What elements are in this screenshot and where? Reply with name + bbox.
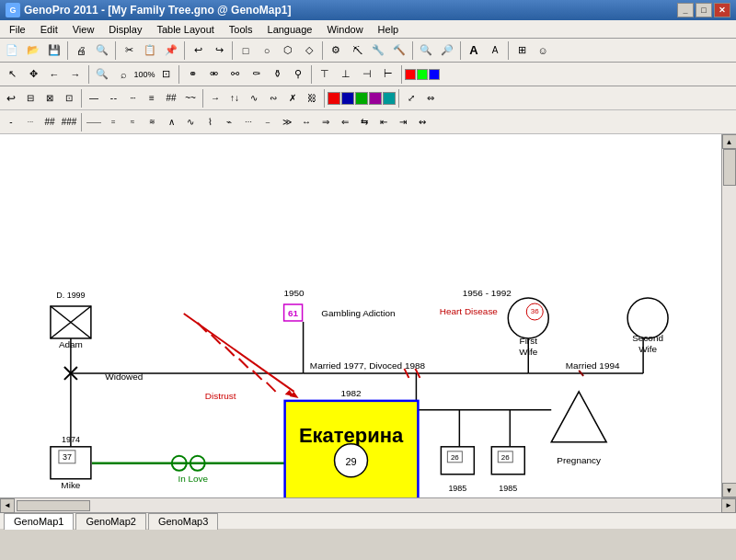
scrollbar-vertical[interactable]: ▲ ▼ [721,134,736,497]
back-icon[interactable]: ← [44,64,64,85]
font-a2-icon[interactable]: A [485,40,505,61]
close-button[interactable]: ✕ [714,3,730,17]
col-green[interactable] [355,92,368,105]
scroll-thumb-h[interactable] [17,500,90,511]
col-red[interactable] [328,92,340,105]
sort-icon[interactable]: ⊟ [21,89,40,108]
fit-icon[interactable]: ⊡ [155,64,176,85]
rel-style12[interactable]: ↔ [297,113,316,131]
print-icon[interactable]: 🖨 [71,40,91,61]
cross-icon[interactable]: ✗ [283,89,302,108]
chain-icon[interactable]: ⛓ [303,89,321,108]
wave2-icon[interactable]: ∾ [264,89,282,108]
wave-icon[interactable]: ∿ [245,89,263,108]
paste-icon[interactable]: 📌 [161,40,181,61]
cursor-icon[interactable]: ↖ [2,64,22,85]
color2-icon[interactable] [417,69,428,80]
open-icon[interactable]: 📂 [23,40,43,61]
rel-style14[interactable]: ⇐ [336,113,354,131]
minus-icon[interactable]: - [2,113,20,131]
rel5-icon[interactable]: ⚱ [267,64,287,85]
scroll-up-button[interactable]: ▲ [722,134,737,149]
rel-style10[interactable]: – [259,113,277,131]
menu-table-layout[interactable]: Table Layout [149,20,221,38]
dots-icon[interactable]: ··· [21,113,40,131]
menu-help[interactable]: Help [371,20,407,38]
align4-icon[interactable]: ⊢ [378,64,398,85]
rel-style5[interactable]: ∧ [162,113,180,131]
new-icon[interactable]: 📄 [2,40,22,61]
print-preview-icon[interactable]: 🔍 [92,40,112,61]
col-cyan[interactable] [383,92,396,105]
menu-tools[interactable]: Tools [222,20,260,38]
line2-icon[interactable]: - - [104,89,122,108]
extra2-icon[interactable]: ⇔ [421,89,440,108]
tab-genomap2[interactable]: GenoMap2 [75,513,145,530]
rel-style9[interactable]: ⋯ [239,113,258,131]
female-icon[interactable]: ○ [257,40,277,61]
rel-style13[interactable]: ⇒ [316,113,335,131]
menu-window[interactable]: Window [319,20,370,38]
color3-icon[interactable] [429,69,440,80]
hash3-icon[interactable]: ### [60,113,78,131]
extra1-icon[interactable]: ⤢ [402,89,420,108]
line1-icon[interactable]: — [85,89,103,108]
rel-icon[interactable]: ⚭ [182,64,202,85]
hash2-icon[interactable]: ## [40,113,59,131]
scroll-left-button[interactable]: ◄ [0,498,15,513]
tool1-icon[interactable]: ⚙ [326,40,346,61]
tool2-icon[interactable]: ⛏ [347,40,367,61]
scroll-thumb-v[interactable] [723,149,736,186]
col-purple[interactable] [369,92,382,105]
scroll-right-button[interactable]: ► [721,498,736,513]
search-icon[interactable]: 🔍 [92,64,112,85]
tool3-icon[interactable]: 🔧 [368,40,388,61]
menu-display[interactable]: Display [101,20,149,38]
sort2-icon[interactable]: ⊠ [40,89,59,108]
zoom100-icon[interactable]: 100% [134,64,155,85]
rel-style7[interactable]: ⌇ [201,113,219,131]
search2-icon[interactable]: ⌕ [113,64,133,85]
rel-style1[interactable]: —— [85,113,103,131]
rel-style11[interactable]: ≫ [278,113,296,131]
tilde-icon[interactable]: ~~ [181,89,200,108]
rel-style16[interactable]: ⇤ [374,113,393,131]
align2-icon[interactable]: ⊥ [336,64,356,85]
family-icon[interactable]: ⬡ [278,40,298,61]
menu-file[interactable]: File [2,20,33,38]
rel-style8[interactable]: ⌁ [220,113,238,131]
tab-genomap3[interactable]: GenoMap3 [148,513,218,530]
line4-icon[interactable]: ≡ [143,89,161,108]
sort3-icon[interactable]: ⊡ [60,89,78,108]
menu-view[interactable]: View [65,20,102,38]
gender-x-icon[interactable]: ◇ [299,40,319,61]
scroll-down-button[interactable]: ▼ [722,483,737,497]
arrow2-icon[interactable]: ↑↓ [225,89,244,108]
undo2-icon[interactable]: ↩ [2,89,20,108]
zoom-out-icon[interactable]: 🔎 [437,40,457,61]
rel-style6[interactable]: ∿ [181,113,200,131]
undo-icon[interactable]: ↩ [188,40,208,61]
rel-style2[interactable]: = [104,113,122,131]
rel-style4[interactable]: ≋ [143,113,161,131]
menu-language[interactable]: Language [260,20,320,38]
align3-icon[interactable]: ⊣ [357,64,377,85]
rel4-icon[interactable]: ⚰ [246,64,266,85]
minimize-button[interactable]: _ [677,3,694,17]
smiley-icon[interactable]: ☺ [533,40,553,61]
hash-icon[interactable]: ## [162,89,180,108]
rel-style15[interactable]: ⇆ [355,113,374,131]
zoom-in-icon[interactable]: 🔍 [416,40,436,61]
rel-style17[interactable]: ⇥ [394,113,412,131]
grid-icon[interactable]: ⊞ [512,40,532,61]
menu-edit[interactable]: Edit [33,20,65,38]
save-icon[interactable]: 💾 [44,40,64,61]
col-blue[interactable] [341,92,354,105]
rel-style3[interactable]: ≈ [123,113,142,131]
rel2-icon[interactable]: ⚮ [203,64,224,85]
male-icon[interactable]: □ [236,40,256,61]
copy-icon[interactable]: 📋 [140,40,160,61]
cut-icon[interactable]: ✂ [119,40,139,61]
color1-icon[interactable] [405,69,416,80]
redo-icon[interactable]: ↪ [209,40,229,61]
